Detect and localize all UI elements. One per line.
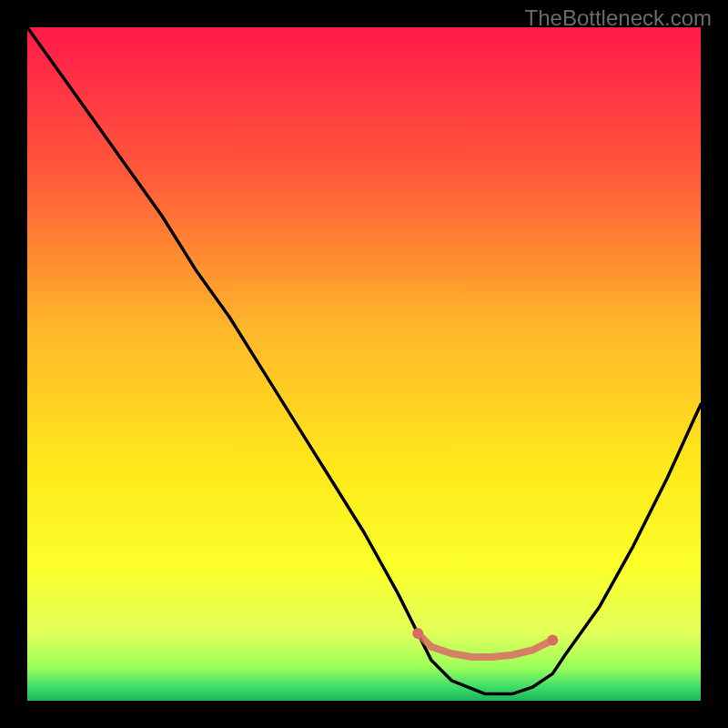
chart-svg [27,27,701,701]
gradient-background [27,27,701,701]
optimal-zone-endpoint [412,628,423,639]
plot-area [27,27,701,701]
optimal-zone-endpoint [547,634,558,645]
chart-container: TheBottleneck.com [0,0,728,728]
watermark-text: TheBottleneck.com [525,5,712,31]
